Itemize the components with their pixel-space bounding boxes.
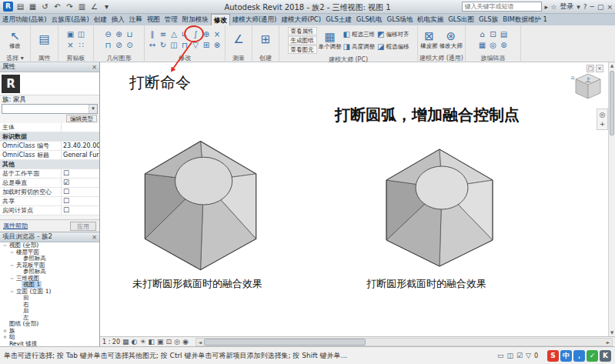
join-geometry-icon[interactable]: ⊕ xyxy=(114,29,124,39)
edit-type-button[interactable]: 编辑类型 xyxy=(66,115,97,122)
view-cube[interactable]: 上 ⌂ xyxy=(568,70,603,102)
tree-expander-icon[interactable]: − xyxy=(9,289,15,295)
horizontal-scroll-thumb[interactable] xyxy=(204,339,366,346)
minimize-icon[interactable]: ─ xyxy=(590,3,594,11)
family-category-icon[interactable]: ▦ xyxy=(477,40,487,50)
crop-region-visible-icon[interactable]: ⊡ xyxy=(166,337,172,346)
load-and-close-icon[interactable]: ⊡ xyxy=(488,29,498,39)
copy-to-clipboard-icon[interactable]: ◫ xyxy=(76,29,86,39)
input-punct-icon[interactable]: ， xyxy=(573,350,585,362)
family-types-icon[interactable]: ▤ xyxy=(499,29,509,39)
ribbon-tab[interactable]: 修改 xyxy=(211,14,230,25)
offset-align-button[interactable]: ◩ 偏移对齐 xyxy=(377,30,409,38)
modify-select-button[interactable]: ↖ 修改 xyxy=(9,31,21,49)
tree-item[interactable]: − 三维视图 xyxy=(0,276,99,282)
apply-button[interactable]: 应用 xyxy=(70,222,96,231)
select-toggle-icon[interactable]: ☑ xyxy=(516,352,523,359)
ribbon-tab[interactable]: 创建 xyxy=(92,14,109,25)
scroll-down-icon[interactable]: ▼ xyxy=(609,329,615,336)
login-button[interactable]: 登录 xyxy=(560,2,573,12)
property-row[interactable]: 房间计算点 ☐ xyxy=(0,206,99,215)
tree-expander-icon[interactable]: − xyxy=(9,276,15,282)
detail-level-icon[interactable]: ▦ xyxy=(122,337,129,346)
property-row[interactable]: OmniClass 标题 General Furnit... xyxy=(0,151,99,160)
scale-button[interactable]: 1 : 20 xyxy=(102,339,120,346)
annotation-text-subtitle[interactable]: 打断圆弧，增加融合控制点 xyxy=(335,105,520,125)
tree-expander-icon[interactable]: − xyxy=(2,242,8,249)
help-icon[interactable]: ? xyxy=(583,3,587,11)
save-icon[interactable]: ▦ xyxy=(28,2,38,12)
steering-wheel-icon[interactable]: ◎ xyxy=(600,111,606,119)
panel-label-select[interactable]: 选择 ▾ xyxy=(0,54,30,62)
input-emoji-icon[interactable]: ✓ xyxy=(587,350,598,362)
generate-sheets-button[interactable]: 生成图纸 xyxy=(288,36,317,45)
tree-item[interactable]: Revit 链接 xyxy=(0,341,99,347)
ribbon-tab[interactable]: GLS土建 xyxy=(323,14,354,25)
cut-icon[interactable]: × xyxy=(65,40,75,50)
property-row[interactable]: 共享 ☐ xyxy=(0,197,99,206)
restore-icon[interactable]: ▢ xyxy=(597,3,604,11)
annotation-text-title[interactable]: 打断命令 xyxy=(129,72,191,93)
connectors-icon[interactable]: ◎ xyxy=(488,40,498,50)
measure-icon[interactable]: ∠ xyxy=(89,2,99,12)
input-chinese-icon[interactable]: 中 xyxy=(560,350,572,362)
property-row[interactable]: 其他 xyxy=(0,160,99,169)
caption-right[interactable]: 打断圆形截面时的融合效果 xyxy=(366,277,486,291)
tree-item[interactable]: 后 xyxy=(0,308,99,315)
undo-icon[interactable]: ↶ xyxy=(52,2,62,12)
property-row[interactable]: 总是垂直 ☑ xyxy=(0,179,99,188)
property-row[interactable]: OmniClass 编号 23.40.20.00 xyxy=(0,142,99,151)
home-icon[interactable]: ⌂ xyxy=(571,75,574,81)
array-icon[interactable]: ⊞ xyxy=(202,40,212,50)
search-input[interactable] xyxy=(462,2,542,12)
ribbon-tab[interactable]: 管理 xyxy=(162,14,180,25)
vertical-scroll-thumb[interactable] xyxy=(610,71,614,135)
scroll-right-icon[interactable]: ► xyxy=(604,339,612,345)
print-icon[interactable]: ▥ xyxy=(77,2,87,12)
trim-icon[interactable]: ⊓ xyxy=(180,40,190,50)
load-into-project-icon[interactable]: ⌂ xyxy=(477,29,487,39)
tree-item[interactable]: 右 xyxy=(0,302,99,309)
tree-expander-icon[interactable]: + xyxy=(2,334,8,340)
delete-icon[interactable]: × xyxy=(212,29,222,39)
rotate-icon[interactable]: ↻ xyxy=(159,40,169,50)
ribbon-tab[interactable]: GLS场地 xyxy=(385,14,416,25)
box-offset-button[interactable]: ◪ 框选偏移 xyxy=(377,42,409,51)
close-icon[interactable]: × xyxy=(607,3,613,11)
caption-left[interactable]: 未打断圆形截面时的融合效果 xyxy=(132,277,262,291)
family-settings-icon[interactable]: ⊛ xyxy=(499,40,509,50)
measure-button[interactable]: ∠ xyxy=(233,34,243,45)
split-element-icon[interactable]: ∫ xyxy=(191,29,201,39)
ribbon-tab[interactable]: 通用功能(品装) xyxy=(0,14,49,25)
ribbon-tab[interactable]: 注释 xyxy=(127,14,145,25)
sogou-icon[interactable]: S xyxy=(547,350,559,362)
visual-style-icon[interactable]: ◐ xyxy=(132,337,138,346)
browser-close-icon[interactable]: × xyxy=(92,234,97,241)
ribbon-tab[interactable]: 附加模块 xyxy=(180,14,211,25)
blend-model-broken[interactable] xyxy=(379,144,500,269)
sync-icon[interactable]: ↺ xyxy=(40,2,50,12)
split-face-icon[interactable]: ⊘ xyxy=(114,40,124,50)
login-caret-icon[interactable]: ▾ xyxy=(577,3,580,11)
create-button[interactable]: ⊞ xyxy=(261,34,271,45)
view-elements-button[interactable]: 查看图元 xyxy=(288,45,317,54)
wall-joins-icon[interactable]: ⊓ xyxy=(103,40,113,50)
design-options-icon[interactable]: ◫ xyxy=(506,352,513,359)
height-adjust-button[interactable]: ◨ 高度调整 xyxy=(343,42,375,51)
blend-model-unbroken[interactable] xyxy=(137,135,264,272)
properties-button[interactable]: ▤ xyxy=(38,34,49,45)
properties-help-link[interactable]: 属性帮助 xyxy=(3,222,28,230)
tree-expander-icon[interactable]: − xyxy=(9,262,15,269)
unpin-icon[interactable]: ⊗ xyxy=(212,40,222,50)
scroll-left-icon[interactable]: ◄ xyxy=(196,339,204,345)
tree-expander-icon[interactable]: + xyxy=(2,328,8,334)
input-keyboard-icon[interactable]: K xyxy=(600,350,611,362)
type-selector[interactable]: ▾ xyxy=(2,104,98,114)
match-properties-icon[interactable]: ∷ xyxy=(76,40,86,50)
ribbon-tab[interactable]: 插入 xyxy=(109,14,127,25)
project-browser-header[interactable]: 项目浏览器 - 族2 × xyxy=(0,232,99,242)
temporary-hide-icon[interactable]: ◎ xyxy=(174,337,180,346)
cut-geometry-icon[interactable]: ⊖ xyxy=(103,29,113,39)
ribbon-tab[interactable]: 建模大师(通用) xyxy=(230,14,279,25)
view-properties-button[interactable]: 查看属性 xyxy=(288,27,317,35)
